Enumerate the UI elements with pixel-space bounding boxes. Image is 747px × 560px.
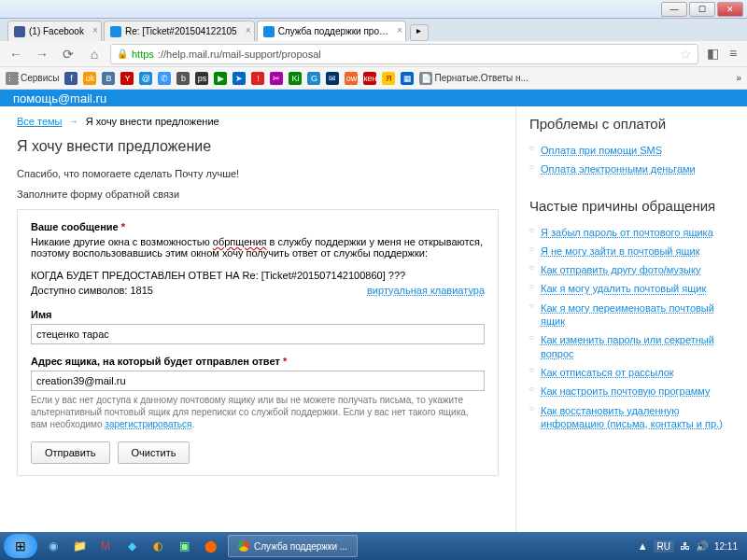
reload-button[interactable]: ⟳ — [58, 44, 78, 64]
network-icon[interactable]: 🖧 — [680, 540, 690, 552]
close-icon[interactable]: × — [246, 25, 251, 35]
breadcrumb-separator: → — [69, 116, 79, 127]
taskbar-icon[interactable]: M — [93, 535, 118, 557]
chrome-menu-icon[interactable]: ≡ — [725, 46, 741, 63]
bookmark-item[interactable]: f — [64, 72, 78, 85]
window-titlebar: — ☐ ✕ — [0, 0, 747, 19]
sidebar-link[interactable]: Как отписаться от рассылок — [541, 367, 674, 378]
close-icon[interactable]: × — [92, 25, 98, 35]
bookmark-item[interactable]: ✉ — [326, 72, 339, 85]
browser-toolbar: ← → ⟳ ⌂ 🔒 https://help.mail.ru/mail-supp… — [0, 41, 747, 67]
bookmark-item[interactable]: b — [176, 72, 190, 85]
tray-icon[interactable]: ▲ — [638, 540, 648, 552]
new-tab-button[interactable]: ▸ — [410, 24, 429, 41]
taskbar-app-label: Служба поддержки ... — [254, 541, 347, 552]
page-body: Все темы → Я хочу внести предложение Я х… — [0, 106, 747, 536]
other-bookmarks-button[interactable]: » — [736, 73, 741, 83]
sidebar-link[interactable]: Оплата электронными деньгами — [541, 163, 696, 175]
sidebar-link[interactable]: Как восстановить удаленную информацию (п… — [541, 405, 723, 429]
sidebar-link[interactable]: Я не могу зайти в почтовый ящик — [541, 245, 699, 257]
bookmark-item[interactable]: Y — [120, 72, 134, 85]
sidebar-link[interactable]: Как я могу удалить почтовый ящик — [541, 283, 706, 294]
clear-button[interactable]: Очистить — [118, 441, 190, 464]
list-item: Как отписаться от рассылок — [529, 363, 734, 382]
chars-remaining: Доступно символов: 1815 — [31, 285, 153, 296]
message-label: Ваше сообщение * — [31, 221, 485, 232]
tab-facebook[interactable]: (1) Facebook × — [7, 21, 102, 41]
start-button[interactable]: ⊞ — [4, 534, 37, 558]
mailru-icon — [263, 26, 275, 37]
system-tray: ▲ RU 🖧 🔊 12:11 — [638, 540, 743, 553]
breadcrumb-root[interactable]: Все темы — [17, 116, 63, 127]
home-button[interactable]: ⌂ — [84, 44, 105, 64]
bookmark-item[interactable]: ! — [251, 72, 264, 85]
sidebar-link[interactable]: Как отправить другу фото/музыку — [541, 264, 700, 275]
taskbar-icon[interactable]: ▣ — [172, 535, 196, 557]
url-scheme: https — [132, 49, 154, 60]
close-icon[interactable]: × — [397, 25, 402, 35]
list-item: Как настроить почтовую программу — [529, 382, 734, 400]
list-item: Как я могу переименовать почтовый ящик — [529, 299, 734, 331]
sidebar-link[interactable]: Я забыл пароль от почтового ящика — [541, 227, 713, 238]
tab-label: Служба поддержки про… — [278, 26, 388, 36]
sidebar-link[interactable]: Как настроить почтовую программу — [541, 385, 711, 397]
taskbar-icon[interactable]: ⬤ — [198, 535, 222, 557]
bookmark-item[interactable]: 📄Пернатые.Ответы н... — [419, 72, 528, 85]
virtual-keyboard-link[interactable]: виртуальная клавиатура — [367, 285, 485, 296]
breadcrumb-current: Я хочу внести предложение — [86, 116, 219, 127]
payment-links-list: Оплата при помощи SMS Оплата электронным… — [529, 141, 734, 179]
address-bar[interactable]: 🔒 https://help.mail.ru/mail-support/prop… — [110, 44, 698, 64]
breadcrumb: Все темы → Я хочу внести предложение — [17, 116, 499, 127]
window-minimize-button[interactable]: — — [661, 2, 687, 17]
bookmark-item[interactable]: B — [102, 72, 115, 85]
name-input[interactable] — [31, 324, 485, 344]
tab-support[interactable]: Служба поддержки про… × — [257, 21, 406, 41]
sidebar-link[interactable]: Как изменить пароль или секретный вопрос — [541, 334, 714, 358]
bookmark-item[interactable]: ▶ — [214, 72, 227, 85]
message-textarea[interactable]: Никакие другие окна с возможностью обрпщ… — [31, 236, 485, 281]
extension-icon[interactable]: ◧ — [704, 46, 721, 63]
register-link[interactable]: зарегистрироваться — [105, 419, 191, 429]
bookmark-item[interactable]: ps — [195, 72, 208, 85]
url-text: ://help.mail.ru/mail-support/proposal — [158, 49, 321, 60]
taskbar-icon[interactable]: ◉ — [41, 535, 65, 557]
bookmark-item[interactable]: Ki — [289, 72, 302, 85]
bookmark-item[interactable]: ow — [345, 72, 358, 85]
back-button[interactable]: ← — [6, 44, 26, 64]
bookmark-item[interactable]: ok — [83, 72, 96, 85]
site-logo-text: помощь@mail.ru — [13, 91, 106, 105]
bookmark-item[interactable]: ▦ — [401, 72, 414, 85]
sidebar-link[interactable]: Как я могу переименовать почтовый ящик — [541, 302, 714, 327]
bookmark-item[interactable]: Я — [382, 72, 395, 85]
volume-icon[interactable]: 🔊 — [696, 540, 709, 553]
list-item: Как восстановить удаленную информацию (п… — [529, 401, 734, 434]
taskbar-icon[interactable]: ◐ — [146, 535, 170, 557]
taskbar-icon[interactable]: 📁 — [67, 535, 92, 557]
browser-tabstrip: (1) Facebook × Re: [Ticket#201504122105 … — [0, 19, 747, 41]
email-hint: Если у вас нет доступа к данному почтово… — [31, 394, 485, 430]
feedback-form: Ваше сообщение * Никакие другие окна с в… — [17, 209, 499, 476]
page-title: Я хочу внести предложение — [17, 138, 499, 155]
window-maximize-button[interactable]: ☐ — [689, 2, 715, 17]
clock[interactable]: 12:11 — [714, 541, 738, 552]
submit-button[interactable]: Отправить — [31, 441, 110, 464]
list-item: Как отправить другу фото/музыку — [529, 260, 734, 279]
bookmark-star-icon[interactable]: ☆ — [680, 47, 692, 62]
bookmark-item[interactable]: @ — [139, 72, 152, 85]
apps-button[interactable]: ⋮⋮Сервисы — [6, 72, 59, 85]
windows-taskbar: ⊞ ◉ 📁 M ◆ ◐ ▣ ⬤ Служба поддержки ... ▲ R… — [0, 532, 747, 560]
taskbar-icon[interactable]: ◆ — [120, 535, 144, 557]
tab-ticket[interactable]: Re: [Ticket#201504122105 × — [104, 21, 255, 41]
language-indicator[interactable]: RU — [654, 540, 674, 553]
taskbar-app-chrome[interactable]: Служба поддержки ... — [228, 535, 358, 557]
bookmark-item[interactable]: ➤ — [233, 72, 246, 85]
faq-links-list: Я забыл пароль от почтового ящика Я не м… — [529, 223, 734, 434]
bookmark-item[interactable]: G — [307, 72, 320, 85]
bookmark-item[interactable]: кен — [363, 72, 376, 85]
forward-button[interactable]: → — [32, 44, 52, 64]
window-close-button[interactable]: ✕ — [717, 2, 743, 17]
bookmark-item[interactable]: ✂ — [270, 72, 283, 85]
sidebar-link[interactable]: Оплата при помощи SMS — [541, 145, 662, 156]
bookmark-item[interactable]: ✆ — [158, 72, 171, 85]
email-input[interactable] — [31, 371, 485, 391]
